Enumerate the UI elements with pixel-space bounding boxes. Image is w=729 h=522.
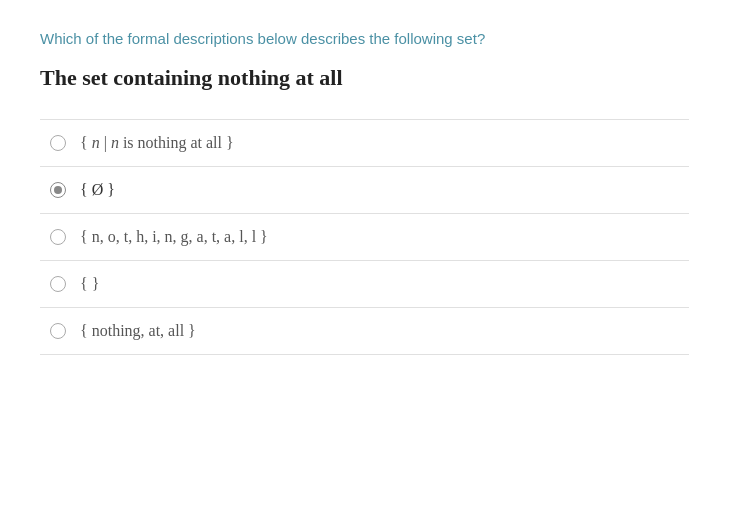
option-2[interactable]: { Ø } xyxy=(40,166,689,213)
option-4[interactable]: { } xyxy=(40,260,689,307)
radio-2[interactable] xyxy=(50,182,66,198)
radio-3[interactable] xyxy=(50,229,66,245)
options-list: { n | n is nothing at all } { Ø } { n, o… xyxy=(40,119,689,355)
question-text: Which of the formal descriptions below d… xyxy=(40,30,689,47)
option-1-label: { n | n is nothing at all } xyxy=(80,134,234,152)
option-3[interactable]: { n, o, t, h, i, n, g, a, t, a, l, l } xyxy=(40,213,689,260)
radio-4[interactable] xyxy=(50,276,66,292)
option-1[interactable]: { n | n is nothing at all } xyxy=(40,119,689,166)
option-2-label: { Ø } xyxy=(80,181,115,199)
option-4-label: { } xyxy=(80,275,99,293)
set-description: The set containing nothing at all xyxy=(40,65,689,91)
option-5-label: { nothing, at, all } xyxy=(80,322,196,340)
option-5[interactable]: { nothing, at, all } xyxy=(40,307,689,355)
radio-2-inner xyxy=(54,186,62,194)
radio-5[interactable] xyxy=(50,323,66,339)
option-3-label: { n, o, t, h, i, n, g, a, t, a, l, l } xyxy=(80,228,268,246)
radio-1[interactable] xyxy=(50,135,66,151)
